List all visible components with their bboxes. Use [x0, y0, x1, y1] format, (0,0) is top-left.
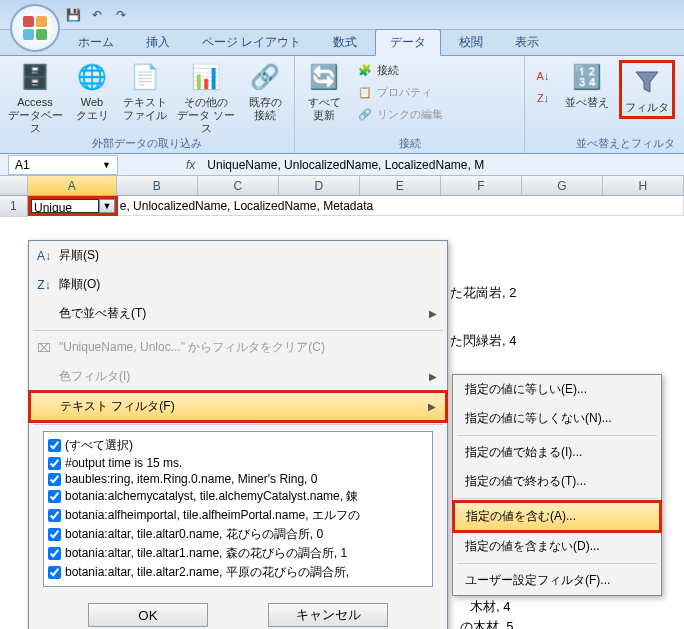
- edit-links-button[interactable]: 🔗リンクの編集: [353, 104, 447, 124]
- from-web-button[interactable]: 🌐Webクエリ: [70, 60, 114, 122]
- save-icon[interactable]: 💾: [64, 6, 82, 24]
- sort-asc-icon: A↓: [35, 249, 53, 263]
- worksheet: ABCDEFGH 1 e, UnlocalizedName, Localized…: [0, 176, 684, 217]
- sort-button[interactable]: 🔢並べ替え: [561, 60, 613, 109]
- filter-icon: [630, 65, 664, 99]
- a1-value: Unique: [31, 199, 99, 213]
- formula-bar: A1▼ fx UniqueName, UnlocalizedName, Loca…: [0, 154, 684, 176]
- refresh-all-button[interactable]: 🔄すべて更新: [301, 60, 347, 122]
- sort-icon: 🔢: [570, 60, 604, 94]
- fx-icon[interactable]: fx: [178, 158, 203, 172]
- ribbon: 🗄️Accessデータベース 🌐Webクエリ 📄テキストファイル 📊その他のデー…: [0, 56, 684, 154]
- filter-value-checkbox[interactable]: botania:altar, tile.altar2.name, 平原の花びらの…: [48, 563, 428, 582]
- begins-with-item[interactable]: 指定の値で始まる(I)...: [453, 438, 661, 467]
- links-icon: 🔗: [357, 106, 373, 122]
- custom-filter-item[interactable]: ユーザー設定フィルタ(F)...: [453, 566, 661, 595]
- redo-icon[interactable]: ↷: [112, 6, 130, 24]
- connections-icon: 🧩: [357, 62, 373, 78]
- sort-desc-icon: Z↓: [35, 278, 53, 292]
- text-filter-item[interactable]: テキスト フィルタ(F)▶: [29, 391, 447, 422]
- chevron-right-icon: ▶: [429, 371, 437, 382]
- from-text-button[interactable]: 📄テキストファイル: [120, 60, 170, 122]
- filter-value-checkbox[interactable]: #output time is 15 ms.: [48, 455, 428, 471]
- sort-asc-icon: A↓: [535, 68, 551, 84]
- tab-home[interactable]: ホーム: [64, 30, 128, 55]
- sort-ascending-item[interactable]: A↓昇順(S): [29, 241, 447, 270]
- filter-value-checkbox[interactable]: botania:altar, tile.altar1.name, 森の花びらの調…: [48, 544, 428, 563]
- cell-text: た花崗岩, 2: [450, 284, 516, 302]
- tab-view[interactable]: 表示: [501, 30, 553, 55]
- column-header[interactable]: C: [198, 176, 279, 195]
- filter-value-checkbox[interactable]: botania:alchemycatalyst, tile.alchemyCat…: [48, 487, 428, 506]
- row1-overflow: e, UnlocalizedName, LocalizedName, Metad…: [117, 196, 684, 216]
- filter-value-checkbox[interactable]: botania:alfheimportal, tile.alfheimPorta…: [48, 506, 428, 525]
- clear-filter-icon: ⌧: [35, 341, 53, 355]
- ends-with-item[interactable]: 指定の値で終わる(T)...: [453, 467, 661, 496]
- select-all-corner[interactable]: [0, 176, 28, 195]
- filter-value-checkbox[interactable]: botania:altar, tile.altar0.name, 花びらの調合所…: [48, 525, 428, 544]
- column-header[interactable]: D: [279, 176, 360, 195]
- column-header[interactable]: B: [117, 176, 198, 195]
- name-box[interactable]: A1▼: [8, 155, 118, 175]
- text-filter-submenu: 指定の値に等しい(E)... 指定の値に等しくない(N)... 指定の値で始まる…: [452, 374, 662, 596]
- chevron-right-icon: ▶: [429, 308, 437, 319]
- properties-button[interactable]: 📋プロパティ: [353, 82, 447, 102]
- column-header[interactable]: A: [28, 176, 117, 195]
- sort-asc-button[interactable]: A↓: [531, 66, 555, 86]
- cell-text: 木材, 4: [470, 598, 510, 616]
- refresh-icon: 🔄: [307, 60, 341, 94]
- access-icon: 🗄️: [18, 60, 52, 94]
- not-equals-item[interactable]: 指定の値に等しくない(N)...: [453, 404, 661, 433]
- filter-button[interactable]: フィルタ: [624, 65, 670, 114]
- clear-filter-item: ⌧"UniqueName, Unloc..." からフィルタをクリア(C): [29, 333, 447, 362]
- filter-values-list[interactable]: (すべて選択) #output time is 15 ms.baubles:ri…: [43, 431, 433, 587]
- column-header[interactable]: G: [522, 176, 603, 195]
- chevron-right-icon: ▶: [428, 401, 436, 412]
- cell-text: の木材, 5: [460, 618, 513, 629]
- tab-page-layout[interactable]: ページ レイアウト: [188, 30, 315, 55]
- cell-text: た閃緑岩, 4: [450, 332, 516, 350]
- filter-value-checkbox[interactable]: baubles:ring, item.Ring.0.name, Miner's …: [48, 471, 428, 487]
- properties-icon: 📋: [357, 84, 373, 100]
- undo-icon[interactable]: ↶: [88, 6, 106, 24]
- sort-desc-icon: Z↓: [535, 90, 551, 106]
- chevron-down-icon[interactable]: ▼: [102, 160, 111, 170]
- tab-formula[interactable]: 数式: [319, 30, 371, 55]
- color-filter-item: 色フィルタ(I)▶: [29, 362, 447, 391]
- row-header[interactable]: 1: [0, 196, 28, 217]
- tab-review[interactable]: 校閲: [445, 30, 497, 55]
- group-external-data: 外部データの取り込み: [6, 136, 288, 153]
- office-button[interactable]: [10, 4, 60, 52]
- select-all-checkbox[interactable]: (すべて選択): [48, 436, 428, 455]
- web-icon: 🌐: [75, 60, 109, 94]
- filter-dropdown-button[interactable]: ▼: [99, 199, 115, 213]
- existing-conn-icon: 🔗: [248, 60, 282, 94]
- from-other-button[interactable]: 📊その他のデータ ソース: [176, 60, 236, 136]
- cancel-button[interactable]: キャンセル: [268, 603, 388, 627]
- sort-desc-button[interactable]: Z↓: [531, 88, 555, 108]
- from-access-button[interactable]: 🗄️Accessデータベース: [6, 60, 64, 136]
- ribbon-tabs: ホーム 挿入 ページ レイアウト 数式 データ 校閲 表示: [0, 30, 684, 56]
- column-header[interactable]: E: [360, 176, 441, 195]
- formula-text[interactable]: UniqueName, UnlocalizedName, LocalizedNa…: [203, 158, 684, 172]
- contains-item[interactable]: 指定の値を含む(A)...: [453, 501, 661, 532]
- equals-item[interactable]: 指定の値に等しい(E)...: [453, 375, 661, 404]
- ok-button[interactable]: OK: [88, 603, 208, 627]
- other-source-icon: 📊: [189, 60, 223, 94]
- group-connections: 接続: [301, 136, 518, 153]
- autofilter-menu: A↓昇順(S) Z↓降順(O) 色で並べ替え(T)▶ ⌧"UniqueName,…: [28, 240, 448, 629]
- connections-button[interactable]: 🧩接続: [353, 60, 447, 80]
- not-contains-item[interactable]: 指定の値を含まない(D)...: [453, 532, 661, 561]
- column-header[interactable]: F: [441, 176, 522, 195]
- existing-conn-button[interactable]: 🔗既存の接続: [242, 60, 288, 122]
- tab-insert[interactable]: 挿入: [132, 30, 184, 55]
- text-icon: 📄: [128, 60, 162, 94]
- sort-by-color-item[interactable]: 色で並べ替え(T)▶: [29, 299, 447, 328]
- group-sort-filter: 並べ替えとフィルタ: [531, 136, 684, 153]
- tab-data[interactable]: データ: [375, 29, 441, 56]
- sort-descending-item[interactable]: Z↓降順(O): [29, 270, 447, 299]
- column-header[interactable]: H: [603, 176, 684, 195]
